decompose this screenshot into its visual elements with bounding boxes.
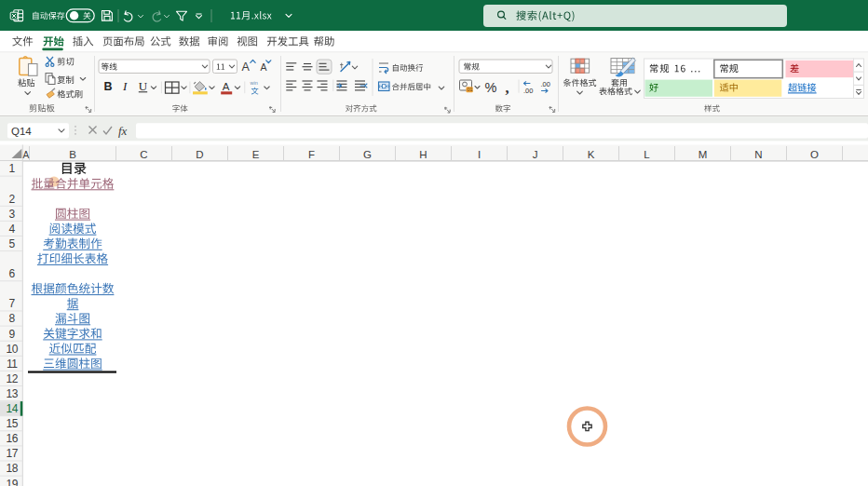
- svg-text:Q14: Q14: [11, 126, 32, 137]
- svg-text:F: F: [308, 149, 315, 160]
- svg-text:12: 12: [7, 372, 19, 385]
- svg-text:14: 14: [7, 402, 19, 415]
- svg-text:A: A: [261, 61, 267, 73]
- svg-text:%: %: [485, 80, 497, 95]
- svg-text:U: U: [139, 79, 148, 93]
- svg-text:1: 1: [9, 162, 16, 175]
- svg-text:11: 11: [7, 358, 18, 371]
- svg-text:5: 5: [9, 237, 16, 250]
- svg-text:N: N: [754, 149, 762, 160]
- svg-text:18: 18: [7, 462, 19, 475]
- svg-text:C: C: [140, 149, 147, 160]
- svg-text:A: A: [22, 150, 29, 160]
- svg-text:K: K: [588, 149, 595, 160]
- svg-text:2: 2: [9, 193, 16, 206]
- svg-text:3: 3: [9, 208, 16, 221]
- svg-text:win: win: [250, 80, 258, 86]
- svg-text:A: A: [242, 61, 251, 74]
- svg-text:.00: .00: [523, 87, 533, 95]
- svg-text:13: 13: [7, 387, 19, 400]
- svg-text:fx: fx: [118, 124, 128, 138]
- svg-text:10: 10: [7, 343, 19, 356]
- svg-text:A: A: [223, 81, 230, 92]
- svg-text:I: I: [122, 79, 128, 93]
- svg-text:16: 16: [7, 432, 19, 445]
- svg-text:9: 9: [9, 328, 16, 341]
- svg-text:L: L: [644, 149, 650, 160]
- svg-text:,: ,: [506, 79, 509, 97]
- svg-text:4: 4: [9, 223, 16, 236]
- svg-text:J: J: [533, 149, 538, 160]
- svg-text:17: 17: [7, 447, 19, 460]
- svg-text:6: 6: [9, 267, 16, 280]
- svg-text:19: 19: [7, 478, 19, 486]
- svg-text:M: M: [698, 149, 708, 160]
- svg-text:01: 01: [468, 87, 473, 92]
- svg-text:15: 15: [7, 417, 19, 430]
- svg-text:.00: .00: [541, 80, 550, 88]
- svg-text:B: B: [103, 80, 112, 93]
- svg-text:G: G: [363, 149, 372, 160]
- svg-text:I: I: [478, 149, 481, 160]
- svg-text:8: 8: [9, 312, 16, 325]
- svg-text:O: O: [810, 149, 819, 160]
- svg-text:7: 7: [9, 297, 16, 310]
- svg-text:B: B: [69, 149, 76, 160]
- svg-text:E: E: [252, 149, 260, 160]
- svg-text:D: D: [196, 149, 203, 160]
- svg-text:H: H: [419, 149, 427, 160]
